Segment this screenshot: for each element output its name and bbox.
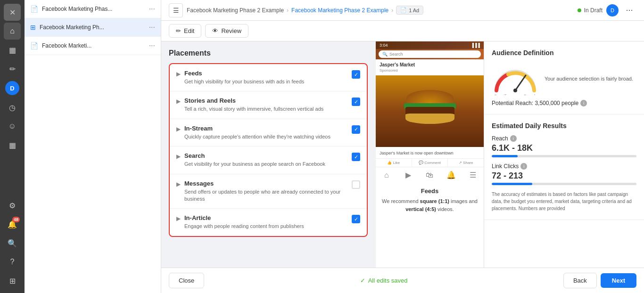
- audience-panel: Audience Definition Specific Broad: [484, 41, 644, 268]
- instream-check-icon: ✓: [352, 125, 360, 134]
- feeds-name: Feeds: [184, 70, 348, 77]
- instream-desc: Quickly capture people's attention while…: [184, 133, 348, 140]
- stories-checkbox[interactable]: ✓: [352, 98, 360, 106]
- face-icon-button[interactable]: ☺: [4, 118, 21, 135]
- messages-info: Messages Send offers or updates to peopl…: [184, 180, 348, 203]
- audience-title: Audience Definition: [492, 49, 636, 57]
- preview-panel: 3:04 ▐▐▐ 🔍 Search Jasper's Market Sponso…: [375, 41, 484, 268]
- avatar[interactable]: D: [5, 81, 19, 95]
- saved-status: ✓ All edits saved: [360, 277, 408, 284]
- campaign-item-2[interactable]: ⊞ Facebook Marketing Ph... ···: [25, 18, 161, 37]
- preview-feeds-label: Feeds: [380, 187, 479, 195]
- sidebar: ✕ ⌂ ▦ ✏ D ◷ ☺ ▦ ⚙ 🔔 48 🔍 ? ⊞: [0, 0, 25, 293]
- svg-text:Broad: Broad: [524, 94, 535, 95]
- messages-name: Messages: [184, 180, 348, 187]
- home-icon-button[interactable]: ⌂: [4, 23, 21, 40]
- search-placeholder: Search: [389, 52, 403, 57]
- audience-gauge: Specific Broad: [492, 62, 539, 95]
- edit-label: Edit: [184, 27, 194, 34]
- instream-name: In-Stream: [184, 125, 348, 132]
- inarticle-checkbox[interactable]: ✓: [352, 215, 360, 223]
- search-icon-small: 🔍: [382, 52, 388, 57]
- phone-status-bar: 3:04 ▐▐▐: [376, 41, 484, 49]
- potential-reach-info-icon[interactable]: i: [580, 100, 587, 106]
- file-icon-1: 📄: [30, 5, 38, 13]
- placement-inarticle[interactable]: ▶ In-Article Engage with people reading …: [170, 209, 367, 236]
- food-image-area: [376, 75, 484, 147]
- placement-instream[interactable]: ▶ In-Stream Quickly capture people's att…: [170, 119, 367, 146]
- stories-name: Stories and Reels: [184, 97, 348, 104]
- reach-label: Reach i: [492, 135, 636, 142]
- campaign-name-3: Facebook Marketi...: [42, 42, 145, 49]
- feeds-checkbox[interactable]: ✓: [352, 70, 360, 79]
- inarticle-name: In-Article: [184, 214, 348, 221]
- edit-button[interactable]: ✏ Edit: [169, 24, 201, 38]
- edit-icon: ✏: [176, 27, 181, 34]
- clock-icon-button[interactable]: ◷: [4, 99, 21, 116]
- edit-icon-button[interactable]: ✏: [4, 60, 21, 77]
- link-clicks-metric: Link Clicks i 72 - 213: [492, 163, 636, 185]
- placement-stories[interactable]: ▶ Stories and Reels Tell a rich, visual …: [170, 91, 367, 119]
- feeds-arrow-icon: ▶: [176, 71, 181, 77]
- placements-panel: Placements ▶ Feeds Get high visibility f…: [161, 41, 375, 268]
- breadcrumb: Facebook Marketing Phase 2 Example › Fac…: [187, 6, 570, 15]
- nav-tab-store: 🛍: [419, 169, 441, 181]
- search-desc: Get visibility for your business as peop…: [184, 161, 348, 168]
- action-bar: ✏ Edit 👁 Review: [161, 21, 644, 41]
- user-avatar[interactable]: D: [606, 4, 619, 16]
- phone-nav-tabs: ⌂ ▶ 🛍 🔔 ☰: [376, 167, 484, 183]
- messages-arrow-icon: ▶: [176, 181, 181, 187]
- preview-recommend-text: We recommend square (1:1) images and ver…: [380, 197, 479, 213]
- campaign-item-1[interactable]: 📄 Facebook Marketing Phas... ···: [25, 0, 161, 18]
- review-button[interactable]: 👁 Review: [205, 24, 248, 38]
- placement-messages[interactable]: ▶ Messages Send offers or updates to peo…: [170, 174, 367, 209]
- close-button[interactable]: Close: [169, 273, 204, 288]
- search-icon-button[interactable]: 🔍: [4, 235, 21, 252]
- phone-search-bar: 🔍 Search: [379, 50, 481, 58]
- stories-info: Stories and Reels Tell a rich, visual st…: [184, 97, 348, 113]
- preview-caption: Feeds We recommend square (1:1) images a…: [376, 183, 484, 218]
- card-actions: 👍 Like 💬 Comment ↗ Share: [376, 158, 484, 167]
- placement-search[interactable]: ▶ Search Get visibility for your busines…: [170, 146, 367, 174]
- campaign-more-3[interactable]: ···: [149, 41, 155, 50]
- reach-info-icon[interactable]: i: [510, 135, 517, 142]
- breadcrumb-item-1[interactable]: Facebook Marketing Phase 2 Example: [187, 7, 284, 14]
- instream-arrow-icon: ▶: [176, 126, 181, 132]
- chart-icon-button[interactable]: ▦: [4, 41, 21, 58]
- nav-tab-bell: 🔔: [440, 169, 462, 181]
- instream-info: In-Stream Quickly capture people's atten…: [184, 125, 348, 140]
- feeds-info: Feeds Get high visibility for your busin…: [184, 70, 348, 85]
- campaign-item-3[interactable]: 📄 Facebook Marketi... ···: [25, 37, 161, 55]
- close-panel-button[interactable]: ✕: [4, 4, 21, 21]
- more-options-button[interactable]: ···: [622, 3, 636, 17]
- stories-arrow-icon: ▶: [176, 98, 181, 105]
- nav-tab-home: ⌂: [376, 169, 397, 181]
- nav-actions: Back Next: [563, 273, 636, 288]
- bell-icon-button[interactable]: 🔔 48: [4, 216, 21, 233]
- card-info: Jasper's Market Sponsored: [376, 59, 484, 75]
- apps-icon-button[interactable]: ⊞: [4, 272, 21, 289]
- feeds-desc: Get high visibility for your business wi…: [184, 78, 348, 85]
- campaign-more-1[interactable]: ···: [149, 5, 155, 13]
- grid-icon-button[interactable]: ▦: [4, 137, 21, 154]
- potential-reach-text: Potential Reach: 3,500,000 people: [492, 100, 578, 106]
- messages-checkbox[interactable]: [352, 180, 360, 189]
- sidebar-toggle-button[interactable]: ☰: [169, 3, 183, 17]
- breadcrumb-item-2[interactable]: Facebook Marketing Phase 2 Example: [291, 7, 388, 14]
- next-button[interactable]: Next: [601, 273, 636, 288]
- campaign-more-2[interactable]: ···: [149, 23, 155, 32]
- checkmark-icon: ✓: [360, 277, 365, 284]
- search-name: Search: [184, 152, 348, 159]
- like-button-preview: 👍 Like: [376, 159, 412, 167]
- audience-definition-section: Audience Definition Specific Broad: [484, 41, 644, 114]
- top-bar: ☰ Facebook Marketing Phase 2 Example › F…: [161, 0, 644, 21]
- search-checkbox[interactable]: ✓: [352, 153, 360, 161]
- review-icon: 👁: [212, 27, 218, 34]
- link-clicks-info-icon[interactable]: i: [520, 163, 527, 170]
- settings-icon-button[interactable]: ⚙: [4, 197, 21, 214]
- placement-feeds[interactable]: ▶ Feeds Get high visibility for your bus…: [170, 64, 367, 91]
- back-button[interactable]: Back: [563, 273, 597, 288]
- instream-checkbox[interactable]: ✓: [352, 125, 360, 134]
- accuracy-note: The accuracy of estimates is based on fa…: [492, 191, 636, 212]
- help-icon-button[interactable]: ?: [4, 253, 21, 270]
